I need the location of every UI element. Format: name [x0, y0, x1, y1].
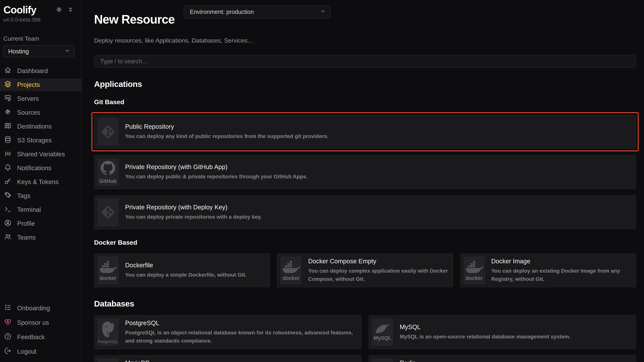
card-postgresql[interactable]: PostgreSQL PostgreSQL PostgreSQL is an o…: [94, 315, 362, 349]
card-docker-image[interactable]: docker Docker Image You can deploy an ex…: [460, 253, 636, 287]
databases-section-title: Databases: [94, 299, 636, 308]
sidebar-item-label: Terminal: [17, 206, 41, 213]
mariadb-icon: MariaDB: [97, 358, 119, 362]
sidebar-item-onboarding[interactable]: Onboarding: [0, 302, 82, 315]
sidebar-item-dashboard[interactable]: Dashboard: [0, 65, 82, 77]
sidebar: Coolify v4.0.0-beta.399 Current Team Hos…: [0, 0, 82, 362]
sidebar-item-sources[interactable]: Sources: [0, 106, 82, 119]
card-text: Redis Redis is a source-available, in-me…: [400, 359, 633, 362]
postgresql-wordmark: PostgreSQL: [98, 340, 118, 344]
sidebar-item-tags[interactable]: Tags: [0, 189, 82, 202]
sidebar-item-shared-variables[interactable]: (x) Shared Variables: [0, 148, 82, 161]
sidebar-item-label: Sources: [17, 109, 40, 116]
sidebar-item-label: S3 Storages: [17, 137, 52, 144]
docker-icon: docker: [97, 256, 119, 284]
search-input[interactable]: [94, 55, 636, 68]
card-text: PostgreSQL PostgreSQL is an object-relat…: [125, 319, 358, 345]
card-title: MySQL: [400, 323, 570, 331]
sidebar-item-profile[interactable]: Profile: [0, 217, 82, 230]
card-title: Redis: [400, 359, 633, 362]
app-version: v4.0.0-beta.399: [0, 15, 82, 23]
layers-icon: [4, 80, 17, 90]
sidebar-item-label: Notifications: [17, 165, 52, 172]
brand-row: Coolify: [0, 0, 82, 15]
card-docker-compose-empty[interactable]: docker Docker Compose Empty You can depl…: [277, 253, 453, 287]
sidebar-item-keys-tokens[interactable]: Keys & Tokens: [0, 176, 82, 188]
sidebar-item-terminal[interactable]: Terminal: [0, 203, 82, 216]
sidebar-item-servers[interactable]: Servers: [0, 92, 82, 105]
current-team-label: Current Team: [0, 23, 82, 42]
sidebar-item-label: Keys & Tokens: [17, 178, 59, 185]
theme-toggle-sun-icon[interactable]: [56, 6, 62, 14]
environment-select[interactable]: Environment: production: [184, 5, 331, 19]
svg-text:(x): (x): [5, 151, 11, 156]
redis-icon: redis: [372, 358, 393, 362]
card-text: MariaDB MariaDB is a community-developed…: [125, 359, 358, 362]
sidebar-item-label: Feedback: [17, 334, 45, 341]
card-text: Public Repository You can deploy any kin…: [125, 123, 328, 140]
sidebar-item-notifications[interactable]: Notifications: [0, 162, 82, 174]
sidebar-item-teams[interactable]: Teams: [0, 231, 82, 244]
card-description: You can deploy any kind of public reposi…: [125, 132, 328, 140]
team-select[interactable]: Hosting: [3, 45, 75, 57]
variable-icon: (x): [4, 150, 17, 159]
sidebar-item-feedback[interactable]: Feedback: [0, 331, 82, 343]
card-title: Private Repository (with GitHub App): [125, 163, 308, 171]
docker-cards-row: docker Dockerfile You can deploy a simpl…: [94, 253, 636, 287]
git-source-icon: [4, 108, 17, 117]
selected-highlight: Public Repository You can deploy any kin…: [92, 112, 639, 151]
home-icon: [4, 66, 17, 76]
sidebar-item-label: Onboarding: [17, 305, 50, 312]
database-cards-grid: PostgreSQL PostgreSQL PostgreSQL is an o…: [94, 315, 636, 362]
card-text: Private Repository (with Deploy Key) You…: [125, 204, 262, 221]
card-private-repository-deploy-key[interactable]: Private Repository (with Deploy Key) You…: [94, 195, 636, 229]
sidebar-item-label: Sponsor us: [17, 319, 49, 326]
sidebar-item-projects[interactable]: Projects: [0, 79, 82, 91]
theme-selector-icon[interactable]: [67, 6, 74, 14]
card-text: Dockerfile You can deploy a simple Docke…: [125, 262, 246, 279]
card-mariadb[interactable]: MariaDB MariaDB MariaDB is a community-d…: [94, 355, 362, 362]
sidebar-item-destinations[interactable]: Destinations: [0, 120, 82, 133]
card-title: MariaDB: [125, 359, 358, 362]
card-description: PostgreSQL is an object-relational datab…: [125, 329, 358, 345]
tag-icon: [4, 191, 17, 200]
postgresql-icon: PostgreSQL: [97, 318, 119, 346]
card-title: Docker Image: [491, 258, 633, 265]
card-redis[interactable]: redis Redis Redis is a source-available,…: [369, 355, 636, 362]
sidebar-item-sponsor-us[interactable]: Sponsor us: [0, 316, 82, 329]
github-wordmark: GitHub: [100, 179, 116, 184]
card-title: Private Repository (with Deploy Key): [125, 204, 262, 211]
sidebar-nav: Dashboard Projects Servers Sources Desti…: [0, 65, 82, 244]
card-title: Public Repository: [125, 123, 328, 130]
database-icon: [4, 136, 17, 145]
heart-icon: [4, 318, 17, 327]
card-title: Docker Compose Empty: [308, 258, 450, 265]
user-circle-icon: [4, 219, 17, 228]
docker-icon: docker: [280, 256, 302, 284]
docker-wordmark: docker: [466, 276, 482, 281]
card-text: Docker Image You can deploy an existing …: [491, 258, 633, 283]
brand-title: Coolify: [4, 4, 36, 15]
card-mysql[interactable]: MySQL MySQL MySQL is an open-source rela…: [369, 315, 636, 349]
logout-icon: [4, 347, 17, 356]
card-title: PostgreSQL: [125, 319, 358, 327]
card-text: Docker Compose Empty You can deploy comp…: [308, 258, 450, 283]
sidebar-item-label: Profile: [17, 220, 35, 227]
docker-wordmark: docker: [100, 276, 116, 281]
sidebar-item-label: Destinations: [17, 123, 52, 130]
docker-based-group-title: Docker Based: [94, 239, 636, 246]
card-dockerfile[interactable]: docker Dockerfile You can deploy a simpl…: [94, 253, 270, 287]
card-description: You can deploy a simple Dockerfile, with…: [125, 271, 246, 279]
chevron-down-icon: [320, 8, 326, 15]
git-icon: [97, 118, 119, 146]
team-select-value: Hosting: [8, 48, 29, 55]
card-private-repository-github-app[interactable]: GitHub Private Repository (with GitHub A…: [94, 155, 636, 189]
card-description: You can deploy public & private reposito…: [125, 173, 308, 181]
key-icon: [4, 177, 17, 187]
docker-wordmark: docker: [282, 276, 300, 281]
card-public-repository[interactable]: Public Repository You can deploy any kin…: [94, 115, 636, 149]
sidebar-item-s3-storages[interactable]: S3 Storages: [0, 134, 82, 147]
git-based-group-title: Git Based: [94, 98, 636, 106]
main-content: New Resource Environment: production Dep…: [82, 0, 644, 362]
sidebar-item-logout[interactable]: Logout: [0, 345, 82, 358]
